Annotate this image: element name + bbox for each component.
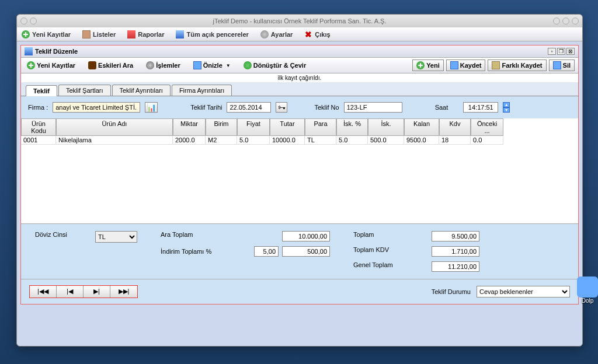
products-table: Ürün Kodu Ürün Adı Miktar Birim Fiyat Tu…: [21, 118, 578, 223]
menu-raporlar[interactable]: Raporlar: [127, 30, 164, 38]
main-menu: Yeni Kayıtlar Listeler Raporlar Tüm açık…: [17, 27, 582, 41]
totals-panel: Döviz Cinsi TL Ara Toplam İndirim Toplam…: [21, 223, 578, 279]
tab-panel-teklif: Firma : 📊 Teklif Tarihi 🗝 Teklif No Saat…: [21, 96, 578, 118]
menu-yeni-kayitlar[interactable]: Yeni Kayıtlar: [22, 30, 71, 38]
menu-cikis[interactable]: ✖Çıkış: [304, 30, 330, 38]
tb-onizle[interactable]: Önizle: [191, 60, 233, 71]
indirim-val-input[interactable]: [282, 246, 330, 257]
status-text: ilk kayıt çağırıldı.: [21, 74, 578, 82]
chevron-down-icon[interactable]: ▼: [503, 107, 510, 113]
table-row[interactable]: 0001 Nikelajlama 2000.0 M2 5.0 10000.0 T…: [21, 136, 578, 145]
table-header: Ürün Kodu Ürün Adı Miktar Birim Fiyat Tu…: [21, 118, 578, 136]
last-record-button[interactable]: ▶▶|: [110, 286, 137, 298]
genel-toplam-input[interactable]: [432, 261, 479, 272]
plus-icon: [27, 61, 35, 69]
saat-spinner[interactable]: ▲▼: [503, 102, 510, 113]
tabs: Teklif Teklif Şartları Teklif Ayrıntılar…: [21, 82, 578, 96]
plus-icon: [22, 30, 30, 38]
plus-icon: [416, 61, 425, 69]
sil-button[interactable]: Sil: [549, 60, 575, 71]
yeni-button[interactable]: Yeni: [412, 60, 444, 71]
sub-minimize-button[interactable]: ▫: [548, 48, 556, 55]
convert-icon: [244, 61, 252, 69]
toplam-label: Toplam: [353, 231, 374, 242]
genel-toplam-label: Genel Toplam: [353, 261, 393, 272]
firma-label: Firma :: [28, 104, 48, 111]
window-title: jTeklif Demo - kullanıcısı Örnek Teklif …: [17, 18, 582, 24]
first-record-button[interactable]: |◀◀: [30, 286, 57, 298]
minimize-button[interactable]: [553, 18, 560, 24]
sub-toolbar: Yeni Kayıtlar Eskileri Ara İşlemler Öniz…: [21, 58, 578, 74]
kaydet-button[interactable]: Kaydet: [446, 60, 486, 71]
tb-donustur-cevir[interactable]: Dönüştür & Çevir: [241, 60, 308, 71]
gear-icon: [146, 61, 154, 69]
ara-toplam-input[interactable]: [282, 231, 330, 242]
teklif-durumu-label: Teklif Durumu: [432, 288, 471, 295]
next-record-button[interactable]: ▶|: [84, 286, 110, 298]
tab-firma-ayrintilari[interactable]: Firma Ayrıntıları: [172, 85, 232, 96]
subwindow: Teklif Düzenle ▫ ❐ ⊠ Yeni Kayıtlar Eskil…: [20, 45, 579, 304]
sub-titlebar[interactable]: Teklif Düzenle ▫ ❐ ⊠: [21, 46, 578, 58]
save-icon: [450, 61, 458, 69]
firma-lookup-button[interactable]: 📊: [145, 102, 158, 113]
teklif-durumu-select[interactable]: Cevap beklenenler: [477, 286, 570, 298]
doviz-cinsi-label: Döviz Cinsi: [35, 231, 67, 238]
close-button[interactable]: [572, 18, 579, 24]
chevron-up-icon[interactable]: ▲: [503, 102, 510, 107]
ara-toplam-label: Ara Toplam: [161, 231, 193, 242]
toplam-input[interactable]: [432, 231, 479, 242]
prev-record-button[interactable]: |◀: [57, 286, 84, 298]
preview-icon: [193, 61, 201, 69]
indirim-toplami-label: İndirim Toplamı %: [161, 248, 211, 255]
tab-teklif-sartlari[interactable]: Teklif Şartları: [58, 85, 111, 96]
record-navigator: |◀◀ |◀ ▶| ▶▶|: [29, 285, 138, 298]
list-icon: [82, 30, 91, 38]
document-icon: [25, 47, 33, 55]
teklif-tarihi-label: Teklif Tarihi: [190, 104, 222, 111]
doviz-cinsi-select[interactable]: TL: [95, 231, 137, 243]
binoculars-icon: [88, 61, 96, 69]
saat-label: Saat: [435, 104, 448, 111]
trash-icon: [553, 61, 561, 69]
teklif-tarihi-input[interactable]: [227, 102, 271, 113]
saat-input[interactable]: [463, 102, 498, 113]
save-as-icon: [492, 61, 500, 69]
gear-icon: [260, 30, 269, 38]
sub-title-text: Teklif Düzenle: [35, 48, 78, 55]
toplam-kdv-label: Toplam KDV: [353, 246, 389, 257]
indirim-pct-input[interactable]: [254, 246, 279, 257]
desktop-icon-dolphin[interactable]: Dolp: [577, 276, 598, 304]
menu-ayarlar[interactable]: Ayarlar: [260, 30, 293, 38]
footer: |◀◀ |◀ ▶| ▶▶| Teklif Durumu Cevap beklen…: [21, 279, 578, 304]
menu-tum-acik-pencereler[interactable]: Tüm açık pencereler: [176, 30, 248, 38]
maximize-button[interactable]: [562, 18, 569, 24]
folder-icon: [577, 276, 598, 298]
toplam-kdv-input[interactable]: [432, 246, 479, 257]
sub-restore-button[interactable]: ❐: [557, 48, 565, 55]
tab-teklif[interactable]: Teklif: [26, 85, 57, 96]
close-icon: ✖: [304, 30, 312, 38]
tab-teklif-ayrintilari[interactable]: Teklif Ayrıntıları: [112, 85, 171, 96]
titlebar[interactable]: jTeklif Demo - kullanıcısı Örnek Teklif …: [17, 15, 582, 27]
app-window: jTeklif Demo - kullanıcısı Örnek Teklif …: [16, 14, 583, 346]
tb-eskileri-ara[interactable]: Eskileri Ara: [86, 60, 135, 71]
date-picker-button[interactable]: 🗝: [276, 102, 287, 113]
farkli-kaydet-button[interactable]: Farklı Kaydet: [488, 60, 546, 71]
sub-close-button[interactable]: ⊠: [566, 48, 575, 55]
teklif-no-input[interactable]: [344, 102, 402, 113]
table-body[interactable]: 0001 Nikelajlama 2000.0 M2 5.0 10000.0 T…: [21, 136, 578, 223]
teklif-no-label: Teklif No: [314, 104, 339, 111]
tb-yeni-kayitlar[interactable]: Yeni Kayıtlar: [25, 60, 78, 71]
tb-islemler[interactable]: İşlemler: [144, 60, 183, 71]
firma-input[interactable]: [53, 102, 140, 113]
windows-icon: [176, 30, 184, 38]
menu-listeler[interactable]: Listeler: [82, 30, 116, 38]
report-icon: [127, 30, 135, 38]
